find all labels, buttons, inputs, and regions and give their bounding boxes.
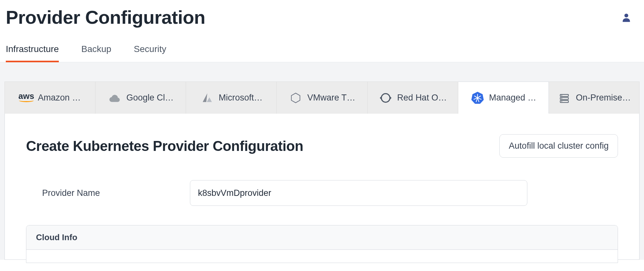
panel-header: Create Kubernetes Provider Configuration… — [26, 134, 618, 158]
provider-tab-vmware[interactable]: VMware T… — [277, 82, 367, 114]
svg-marker-3 — [291, 93, 300, 103]
provider-tab-label: Google Cl… — [126, 93, 174, 103]
provider-tab-redhat[interactable]: Red Hat O… — [368, 82, 458, 114]
tab-infrastructure[interactable]: Infrastructure — [6, 44, 59, 62]
autofill-button[interactable]: Autofill local cluster config — [499, 134, 618, 158]
page-title: Provider Configuration — [6, 6, 205, 28]
provider-tabs: aws Amazon … Google Cl… Microsoft… — [4, 82, 640, 114]
azure-icon — [200, 91, 214, 105]
cloud-info-card: Cloud Info — [26, 225, 618, 263]
provider-name-row: Provider Name — [26, 180, 618, 206]
workspace: aws Amazon … Google Cl… Microsoft… — [0, 62, 644, 260]
top-tabs: Infrastructure Backup Security — [0, 28, 644, 62]
svg-point-19 — [561, 98, 562, 99]
provider-panel: Create Kubernetes Provider Configuration… — [4, 114, 640, 260]
tab-security[interactable]: Security — [134, 44, 166, 62]
provider-tab-gcp[interactable]: Google Cl… — [95, 82, 186, 114]
svg-point-18 — [561, 95, 562, 96]
redhat-icon — [379, 91, 393, 105]
cloud-info-title: Cloud Info — [26, 225, 618, 250]
svg-point-0 — [624, 13, 628, 17]
svg-marker-4 — [390, 96, 391, 100]
page-header: Provider Configuration — [0, 0, 644, 28]
user-menu[interactable] — [621, 12, 638, 23]
kubernetes-icon — [470, 91, 485, 105]
provider-tab-label: VMware T… — [307, 93, 355, 103]
provider-tab-label: Amazon … — [38, 93, 81, 103]
provider-tab-label: Managed … — [489, 93, 536, 103]
svg-marker-5 — [380, 96, 381, 100]
provider-tab-onprem[interactable]: On-Premise… — [549, 82, 640, 114]
user-icon — [621, 12, 632, 23]
provider-name-input[interactable] — [190, 180, 527, 206]
onprem-icon — [557, 91, 571, 105]
provider-name-label: Provider Name — [42, 188, 190, 198]
provider-tab-label: Red Hat O… — [397, 93, 447, 103]
provider-tab-azure[interactable]: Microsoft… — [186, 82, 277, 114]
svg-marker-2 — [207, 94, 212, 102]
provider-tab-label: On-Premise… — [576, 93, 631, 103]
gcp-icon — [108, 91, 122, 105]
aws-icon: aws — [19, 91, 33, 105]
panel-title: Create Kubernetes Provider Configuration — [26, 138, 303, 154]
svg-marker-1 — [202, 93, 207, 102]
tab-backup[interactable]: Backup — [81, 44, 111, 62]
provider-tab-aws[interactable]: aws Amazon … — [4, 82, 95, 114]
cloud-info-body — [26, 250, 618, 263]
svg-point-20 — [561, 101, 562, 102]
vmware-icon — [289, 91, 303, 105]
provider-tab-label: Microsoft… — [219, 93, 263, 103]
provider-tab-k8s[interactable]: Managed … — [458, 82, 549, 114]
